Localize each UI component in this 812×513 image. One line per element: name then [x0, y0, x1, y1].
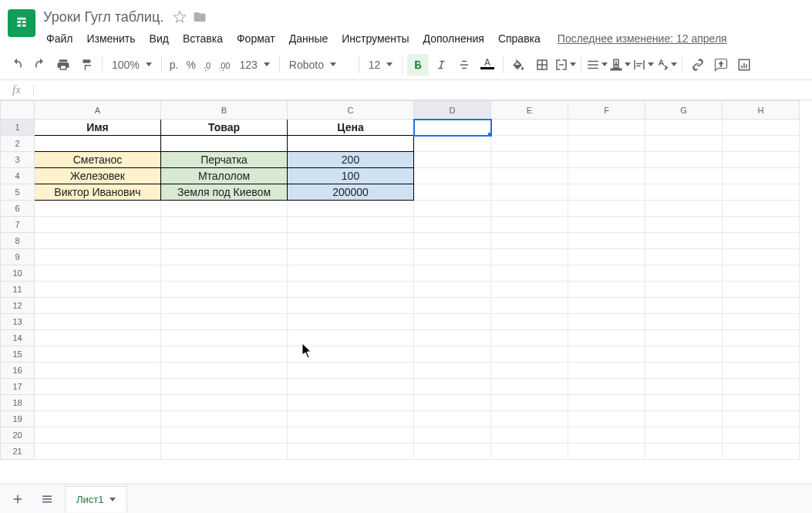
- cell[interactable]: [568, 411, 645, 427]
- cell[interactable]: [645, 265, 723, 282]
- cell[interactable]: [35, 444, 161, 460]
- menu-insert[interactable]: Вставка: [177, 29, 229, 48]
- cell[interactable]: [288, 395, 414, 411]
- cell[interactable]: [491, 395, 568, 411]
- cell[interactable]: [723, 427, 800, 444]
- row-header[interactable]: 13: [1, 314, 35, 330]
- cell[interactable]: [568, 427, 645, 444]
- menu-help[interactable]: Справка: [492, 29, 547, 48]
- cell[interactable]: [723, 233, 800, 249]
- row-header[interactable]: 15: [1, 346, 35, 363]
- cell[interactable]: [645, 330, 723, 346]
- cell[interactable]: [645, 379, 723, 395]
- cell[interactable]: [161, 379, 288, 395]
- menu-format[interactable]: Формат: [231, 29, 281, 48]
- cell[interactable]: [35, 314, 161, 330]
- row-header[interactable]: 4: [1, 168, 35, 184]
- cell[interactable]: [645, 184, 723, 201]
- doc-title[interactable]: Уроки Гугл таблиц.: [40, 8, 167, 27]
- cell[interactable]: [568, 298, 645, 314]
- row-header[interactable]: 6: [1, 201, 35, 217]
- cell[interactable]: [568, 233, 645, 249]
- cell[interactable]: [723, 184, 800, 201]
- cell[interactable]: [414, 168, 491, 184]
- cell[interactable]: [645, 363, 723, 379]
- font-size-combo[interactable]: 12: [364, 54, 398, 76]
- cell[interactable]: [161, 136, 288, 152]
- all-sheets-button[interactable]: [35, 488, 59, 511]
- cell[interactable]: [161, 330, 288, 346]
- cell[interactable]: [568, 249, 645, 265]
- cell[interactable]: [491, 120, 568, 136]
- cell[interactable]: [568, 201, 645, 217]
- cell[interactable]: Земля под Киевом: [161, 184, 288, 201]
- cell[interactable]: [723, 411, 800, 427]
- merge-cells-button[interactable]: [554, 54, 576, 76]
- cell[interactable]: [491, 152, 568, 168]
- cell[interactable]: [645, 233, 723, 249]
- row-header[interactable]: 11: [1, 282, 35, 298]
- row-header[interactable]: 14: [1, 330, 35, 346]
- cell[interactable]: [568, 379, 645, 395]
- currency-button[interactable]: р.: [167, 54, 182, 76]
- cell[interactable]: [35, 233, 161, 249]
- cell[interactable]: [161, 411, 288, 427]
- cell[interactable]: [288, 249, 414, 265]
- italic-button[interactable]: [430, 54, 452, 76]
- cell[interactable]: [161, 395, 288, 411]
- row-header[interactable]: 10: [1, 265, 35, 282]
- strikethrough-button[interactable]: [453, 54, 475, 76]
- cell[interactable]: [568, 282, 645, 298]
- cell[interactable]: [161, 265, 288, 282]
- cell[interactable]: [288, 363, 414, 379]
- cell[interactable]: [723, 282, 800, 298]
- horizontal-align-button[interactable]: [586, 54, 608, 76]
- cell[interactable]: [288, 411, 414, 427]
- cell[interactable]: [161, 298, 288, 314]
- cell[interactable]: Железовек: [35, 168, 161, 184]
- cell[interactable]: [568, 152, 645, 168]
- text-wrap-button[interactable]: [632, 54, 654, 76]
- cell[interactable]: [414, 152, 491, 168]
- cell[interactable]: [645, 136, 723, 152]
- cell[interactable]: [568, 395, 645, 411]
- cell[interactable]: [645, 249, 723, 265]
- cell[interactable]: [723, 152, 800, 168]
- cell[interactable]: [723, 330, 800, 346]
- cell[interactable]: [568, 184, 645, 201]
- menu-data[interactable]: Данные: [283, 29, 335, 48]
- font-combo[interactable]: Roboto: [285, 54, 354, 76]
- cell[interactable]: [491, 184, 568, 201]
- cell[interactable]: [35, 217, 161, 233]
- cell[interactable]: [161, 346, 288, 363]
- cell[interactable]: [414, 346, 491, 363]
- cell[interactable]: [414, 444, 491, 460]
- cell[interactable]: [568, 136, 645, 152]
- cell[interactable]: [288, 282, 414, 298]
- cell[interactable]: [414, 120, 491, 136]
- cell[interactable]: [645, 444, 723, 460]
- cell[interactable]: [414, 282, 491, 298]
- cell[interactable]: [288, 346, 414, 363]
- cell[interactable]: [491, 217, 568, 233]
- row-header[interactable]: 19: [1, 411, 35, 427]
- cell[interactable]: [491, 249, 568, 265]
- cell[interactable]: [491, 265, 568, 282]
- cell[interactable]: [645, 120, 723, 136]
- cell[interactable]: [723, 217, 800, 233]
- cell[interactable]: [288, 427, 414, 444]
- borders-button[interactable]: [531, 54, 553, 76]
- cell[interactable]: [161, 314, 288, 330]
- star-icon[interactable]: [173, 10, 187, 24]
- row-header[interactable]: 9: [1, 249, 35, 265]
- cell[interactable]: [723, 395, 800, 411]
- cell[interactable]: [645, 427, 723, 444]
- decrease-decimal-button[interactable]: .0←: [200, 54, 214, 76]
- cell[interactable]: [491, 168, 568, 184]
- cell[interactable]: [35, 282, 161, 298]
- cell[interactable]: [491, 282, 568, 298]
- cell[interactable]: 200000: [288, 184, 414, 201]
- cell[interactable]: [723, 120, 800, 136]
- cell[interactable]: [414, 298, 491, 314]
- cell[interactable]: [723, 201, 800, 217]
